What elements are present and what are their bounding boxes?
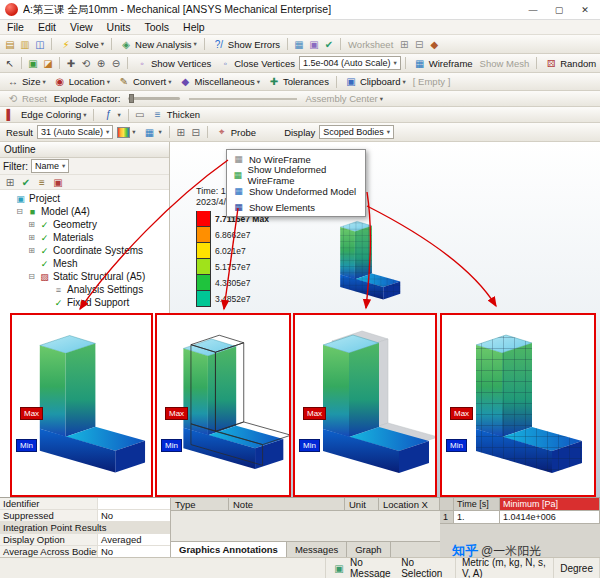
convert-button[interactable]: ✎ Convert ▾ [114, 74, 175, 89]
worksheet-button[interactable]: Worksheet [345, 39, 396, 50]
close-icon[interactable]: ✕ [575, 2, 595, 17]
cursor-select-icon[interactable]: ↖ [3, 56, 17, 71]
deform-scale-combo[interactable]: 1.5e-004 (Auto Scale) ▾ [299, 56, 401, 70]
manage-views-icon[interactable]: ▦ [292, 37, 306, 52]
menu-file[interactable]: File [0, 21, 31, 33]
zoom-in-icon[interactable]: ⊕ [94, 56, 108, 71]
menu-tools[interactable]: Tools [138, 21, 177, 33]
column-header-location-x[interactable]: Location X [379, 498, 440, 510]
expand-icon[interactable]: ⊞ [27, 233, 36, 242]
result-scale-combo[interactable]: 31 (Auto Scale) ▾ [37, 125, 113, 139]
contour-style-button[interactable]: ▾ [114, 127, 138, 138]
maximize-icon[interactable]: ▢ [549, 2, 569, 17]
menu-help[interactable]: Help [176, 21, 212, 33]
status-angle-unit[interactable]: Degree [554, 558, 600, 578]
result-view-show-elements[interactable]: Max Min [440, 313, 596, 497]
random-colors-button[interactable]: ⚄ Random [541, 56, 599, 71]
select-face-icon[interactable]: ▣ [26, 56, 40, 71]
keyframe-icon[interactable]: ⊞ [397, 37, 411, 52]
scoped-bodies-combo[interactable]: Scoped Bodies ▾ [319, 125, 394, 139]
tab-graph[interactable]: Graph [347, 542, 390, 557]
probe-button[interactable]: ⌖ Probe [212, 125, 259, 140]
assembly-center-button[interactable]: Assembly Center ▾ [302, 93, 386, 104]
wireframe-button[interactable]: ▦ Wireframe [410, 56, 476, 71]
collapse-icon[interactable]: ⊟ [27, 272, 36, 281]
slider-track[interactable] [189, 98, 297, 100]
wizard-icon[interactable]: ✔ [322, 37, 336, 52]
show-mesh-button[interactable]: Show Mesh [477, 58, 533, 69]
show-vertices-button[interactable]: ◦ Show Vertices [132, 56, 214, 71]
column-header-unit[interactable]: Unit [345, 498, 379, 510]
viewport-model[interactable] [320, 210, 408, 312]
filter-combo[interactable]: Name ▾ [31, 159, 69, 173]
zoom-out-icon[interactable]: ⊖ [109, 56, 123, 71]
filter-check-icon[interactable]: ✔ [19, 175, 33, 190]
close-vertices-button[interactable]: ◦ Close Vertices [215, 56, 298, 71]
show-errors-button[interactable]: ?/ Show Errors [209, 37, 283, 52]
message-status-icon[interactable]: ▣ [332, 561, 346, 576]
save-icon[interactable]: ◫ [33, 37, 47, 52]
tree-item-materials[interactable]: ⊞ ✓ Materials [0, 231, 169, 244]
select-edge-icon[interactable]: ◪ [41, 56, 55, 71]
tree-item-model[interactable]: ⊟ ■ Model (A4) [0, 205, 169, 218]
menu-item-show-undeformed-wireframe[interactable]: ▦ Show Undeformed WireFrame [228, 167, 364, 183]
menu-view[interactable]: View [63, 21, 100, 33]
reset-button[interactable]: ⟲ Reset [3, 91, 50, 106]
name-filter-icon[interactable]: ▣ [51, 175, 65, 190]
new-analysis-button[interactable]: ◈ New Analysis ▾ [116, 37, 200, 52]
detail-row-identifier[interactable]: Identifier [0, 498, 170, 510]
open-file-icon[interactable]: ▥ [18, 37, 32, 52]
selection-info-icon[interactable]: ⊟ [412, 37, 426, 52]
tags-icon[interactable]: ▣ [307, 37, 321, 52]
expand-icon[interactable]: ⊞ [27, 246, 36, 255]
size-button[interactable]: ↔ Size ▾ [3, 74, 49, 89]
expand-all-icon[interactable]: ⊞ [3, 175, 17, 190]
tree-item-project[interactable]: ▣ Project [0, 192, 169, 205]
tab-messages[interactable]: Messages [287, 542, 347, 557]
direction-fx-button[interactable]: ƒ ▾ [98, 107, 123, 122]
max-annotation-icon[interactable]: ⊞ [174, 125, 188, 140]
tab-graphics-annotations[interactable]: Graphics Annotations [171, 542, 287, 557]
slider-thumb[interactable] [129, 94, 134, 103]
column-header-type[interactable]: Type [171, 498, 229, 510]
miscellaneous-button[interactable]: ◆ Miscellaneous ▾ [175, 74, 262, 89]
collapse-icon[interactable]: ⊟ [15, 207, 24, 216]
minimize-icon[interactable]: — [523, 2, 543, 17]
detail-category-integration-point-results[interactable]: Integration Point Results [0, 522, 170, 534]
tree-item-geometry[interactable]: ⊞ ✓ Geometry [0, 218, 169, 231]
expand-icon[interactable]: ⊞ [27, 220, 36, 229]
menu-edit[interactable]: Edit [31, 21, 63, 33]
section-plane-icon[interactable]: ▭ [133, 107, 147, 122]
result-view-undeformed-model[interactable]: Max Min [293, 313, 437, 497]
location-button[interactable]: ◉ Location ▾ [50, 74, 113, 89]
menu-item-show-elements[interactable]: ▦ Show Elements [228, 199, 364, 215]
tree-item-mesh[interactable]: ✓ Mesh [0, 257, 169, 270]
column-header-note[interactable]: Note [229, 498, 345, 510]
tree-item-analysis-settings[interactable]: ≡ Analysis Settings [0, 283, 169, 296]
result-view-undeformed-wireframe[interactable]: Max Min [155, 313, 291, 497]
table-row[interactable]: 1 1. 1.0414e+006 [440, 511, 600, 524]
tolerances-button[interactable]: ✚ Tolerances [264, 74, 332, 89]
result-view-no-wireframe[interactable]: Max Min [10, 313, 153, 497]
detail-row-display-option[interactable]: Display Option Averaged [0, 534, 170, 546]
explode-factor-slider[interactable] [128, 97, 180, 100]
geometry-display-button[interactable]: ▦ ▾ [140, 125, 165, 140]
new-file-icon[interactable]: ▤ [3, 37, 17, 52]
tree-item-coordinate-systems[interactable]: ⊞ ✓ Coordinate Systems [0, 244, 169, 257]
menu-item-show-undeformed-model[interactable]: ▦ Show Undeformed Model [228, 183, 364, 199]
minimum-column-header[interactable]: Minimum [Pa] [500, 498, 600, 511]
tree-options-icon[interactable]: ≡ [35, 175, 49, 190]
rotate-icon[interactable]: ⟲ [79, 56, 93, 71]
tree-item-static-structural[interactable]: ⊟ ▨ Static Structural (A5) [0, 270, 169, 283]
unit-convert-icon[interactable]: ◆ [427, 37, 441, 52]
tree-item-fixed-support[interactable]: ✓ Fixed Support [0, 296, 169, 309]
pan-icon[interactable]: ✚ [64, 56, 78, 71]
edge-coloring-button[interactable]: Edge Coloring ▾ [18, 109, 89, 120]
min-annotation-icon[interactable]: ⊟ [189, 125, 203, 140]
detail-row-suppressed[interactable]: Suppressed No [0, 510, 170, 522]
clipboard-button[interactable]: ▣ Clipboard ▾ [341, 74, 409, 89]
time-column-header[interactable]: Time [s] [454, 498, 500, 511]
solve-button[interactable]: ⚡ Solve ▾ [56, 37, 107, 52]
thicken-button[interactable]: ≡ Thicken [148, 107, 203, 122]
menu-units[interactable]: Units [100, 21, 138, 33]
